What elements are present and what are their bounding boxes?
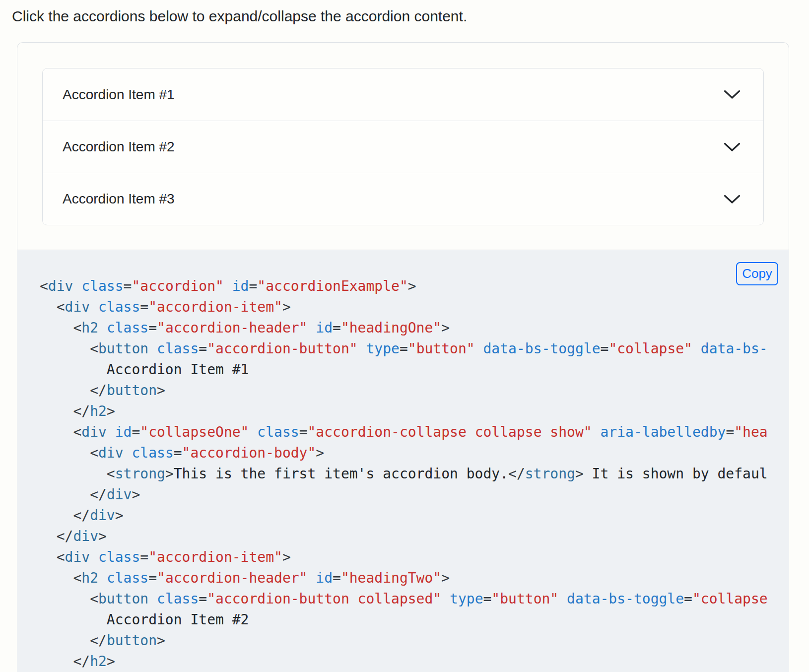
code-block: Copy <div class="accordion" id="accordio… xyxy=(17,250,789,672)
code-line: <button class="accordion-button collapse… xyxy=(40,589,789,609)
chevron-down-icon xyxy=(724,195,741,204)
code-line: <h2 class="accordion-header" id="heading… xyxy=(40,318,789,338)
chevron-down-icon xyxy=(724,142,741,152)
code-line: <strong>This is the first item's accordi… xyxy=(40,464,789,484)
example-snippet: Accordion Item #1 Accordion Item #2 Acco… xyxy=(17,42,789,672)
example-preview: Accordion Item #1 Accordion Item #2 Acco… xyxy=(17,42,789,250)
code-line: <button class="accordion-button" type="b… xyxy=(40,338,789,359)
code-line: </div> xyxy=(40,505,789,526)
accordion-item-3-label: Accordion Item #3 xyxy=(63,191,175,207)
code-line: Accordion Item #2 xyxy=(40,609,789,630)
code-line: <div class="accordion-item"> xyxy=(40,547,789,568)
code-line: <div class="accordion" id="accordionExam… xyxy=(40,276,789,297)
code-line: </div> xyxy=(40,526,789,547)
code-line: <div id="collapseOne" class="accordion-c… xyxy=(40,422,789,443)
code-line: </button> xyxy=(40,630,789,651)
chevron-down-icon xyxy=(724,90,741,99)
code-line: <div class="accordion-body"> xyxy=(40,443,789,464)
accordion: Accordion Item #1 Accordion Item #2 Acco… xyxy=(42,68,764,225)
code-line: </h2> xyxy=(40,401,789,422)
code-line: <div class="accordion-item"> xyxy=(40,297,789,318)
code-line: </button> xyxy=(40,380,789,401)
copy-button[interactable]: Copy xyxy=(736,262,778,285)
code-line: </div> xyxy=(40,484,789,505)
code-line: </h2> xyxy=(40,651,789,672)
accordion-item-2[interactable]: Accordion Item #2 xyxy=(43,121,763,173)
code-lines: <div class="accordion" id="accordionExam… xyxy=(40,276,789,672)
accordion-item-1[interactable]: Accordion Item #1 xyxy=(43,68,763,121)
code-line: Accordion Item #1 xyxy=(40,359,789,380)
code-line: <h2 class="accordion-header" id="heading… xyxy=(40,568,789,589)
accordion-item-1-label: Accordion Item #1 xyxy=(63,87,175,103)
accordion-item-2-label: Accordion Item #2 xyxy=(63,139,175,155)
accordion-item-3[interactable]: Accordion Item #3 xyxy=(43,173,763,225)
intro-text: Click the accordions below to expand/col… xyxy=(12,6,467,27)
